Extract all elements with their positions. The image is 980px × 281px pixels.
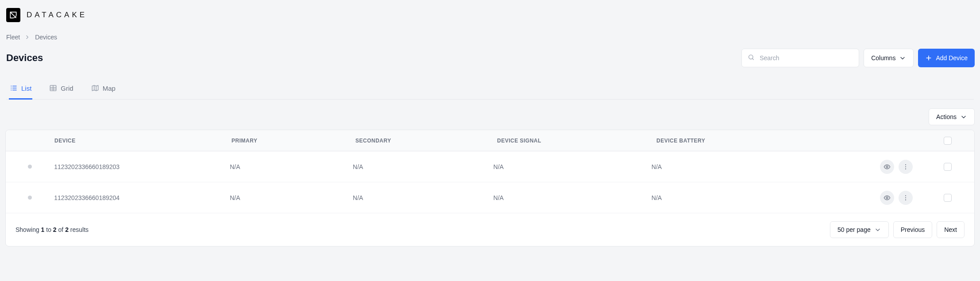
cell-secondary: N/A bbox=[353, 163, 494, 170]
columns-button[interactable]: Columns bbox=[864, 49, 914, 67]
svg-point-7 bbox=[886, 197, 888, 199]
select-all-checkbox[interactable] bbox=[944, 137, 952, 145]
svg-line-0 bbox=[10, 12, 16, 18]
cell-signal: N/A bbox=[494, 194, 652, 201]
per-page-label: 50 per page bbox=[837, 226, 871, 233]
eye-icon bbox=[884, 194, 891, 201]
eye-icon bbox=[884, 163, 891, 170]
per-page-select[interactable]: 50 per page bbox=[830, 221, 889, 238]
search-input-wrap bbox=[741, 49, 859, 67]
svg-point-4 bbox=[905, 164, 906, 165]
th-secondary: Secondary bbox=[355, 138, 497, 144]
dots-vertical-icon bbox=[902, 163, 909, 170]
actions-button[interactable]: Actions bbox=[929, 108, 975, 125]
chevron-right-icon bbox=[24, 34, 31, 40]
breadcrumb-root[interactable]: Fleet bbox=[6, 34, 20, 41]
view-tabs: List Grid Map bbox=[6, 80, 974, 100]
results-summary: Showing 1 to 2 of 2 results bbox=[15, 226, 89, 233]
table-row[interactable]: 1123202336660189203 N/A N/A N/A N/A bbox=[6, 151, 974, 182]
svg-point-5 bbox=[905, 166, 906, 167]
add-device-label: Add Device bbox=[936, 54, 968, 62]
table-header: Device Primary Secondary Device Signal D… bbox=[6, 130, 974, 151]
view-button[interactable] bbox=[880, 191, 894, 205]
brand-name: DATACAKE bbox=[27, 11, 87, 19]
status-dot-icon bbox=[28, 196, 32, 200]
cell-battery: N/A bbox=[652, 163, 880, 170]
breadcrumb: Fleet Devices bbox=[5, 34, 975, 41]
cell-signal: N/A bbox=[494, 163, 652, 170]
dots-vertical-icon bbox=[902, 194, 909, 201]
th-signal: Device Signal bbox=[497, 138, 656, 144]
svg-point-3 bbox=[886, 166, 888, 168]
cell-secondary: N/A bbox=[353, 194, 494, 201]
cell-device: 1123202336660189203 bbox=[54, 163, 230, 170]
status-dot-icon bbox=[28, 165, 32, 169]
row-checkbox[interactable] bbox=[944, 194, 952, 202]
chevron-down-icon bbox=[899, 54, 906, 62]
svg-point-9 bbox=[905, 197, 906, 198]
previous-button[interactable]: Previous bbox=[893, 221, 932, 238]
devices-table: Device Primary Secondary Device Signal D… bbox=[5, 130, 975, 246]
tab-list-label: List bbox=[21, 85, 31, 92]
cell-battery: N/A bbox=[652, 194, 880, 201]
plus-icon bbox=[925, 54, 932, 62]
cell-primary: N/A bbox=[230, 163, 353, 170]
map-icon bbox=[91, 84, 99, 92]
chevron-down-icon bbox=[960, 113, 967, 120]
svg-point-8 bbox=[905, 195, 906, 196]
svg-point-6 bbox=[905, 168, 906, 169]
next-button[interactable]: Next bbox=[937, 221, 965, 238]
logo-mark bbox=[6, 8, 20, 22]
page-title: Devices bbox=[6, 52, 43, 64]
th-device: Device bbox=[54, 138, 231, 144]
th-primary: Primary bbox=[231, 138, 355, 144]
actions-label: Actions bbox=[936, 113, 957, 120]
columns-label: Columns bbox=[871, 54, 895, 62]
cell-device: 1123202336660189204 bbox=[54, 194, 230, 201]
table-footer: Showing 1 to 2 of 2 results 50 per page … bbox=[6, 213, 974, 246]
tab-grid[interactable]: Grid bbox=[48, 80, 74, 100]
chevron-down-icon bbox=[874, 226, 881, 233]
tab-grid-label: Grid bbox=[61, 85, 73, 92]
search-icon bbox=[748, 54, 755, 62]
list-icon bbox=[10, 84, 18, 92]
view-button[interactable] bbox=[880, 160, 894, 174]
tab-map-label: Map bbox=[103, 85, 116, 92]
th-battery: Device Battery bbox=[656, 138, 887, 144]
search-input[interactable] bbox=[741, 49, 859, 67]
grid-icon bbox=[49, 84, 57, 92]
brand-logo: DATACAKE bbox=[5, 8, 975, 22]
table-row[interactable]: 1123202336660189204 N/A N/A N/A N/A bbox=[6, 182, 974, 213]
add-device-button[interactable]: Add Device bbox=[918, 49, 975, 67]
row-menu-button[interactable] bbox=[899, 160, 913, 174]
cell-primary: N/A bbox=[230, 194, 353, 201]
row-menu-button[interactable] bbox=[899, 191, 913, 205]
tab-list[interactable]: List bbox=[9, 80, 32, 100]
svg-point-10 bbox=[905, 199, 906, 200]
row-checkbox[interactable] bbox=[944, 163, 952, 171]
breadcrumb-current: Devices bbox=[35, 34, 57, 41]
tab-map[interactable]: Map bbox=[90, 80, 116, 100]
datacake-icon bbox=[9, 11, 18, 19]
